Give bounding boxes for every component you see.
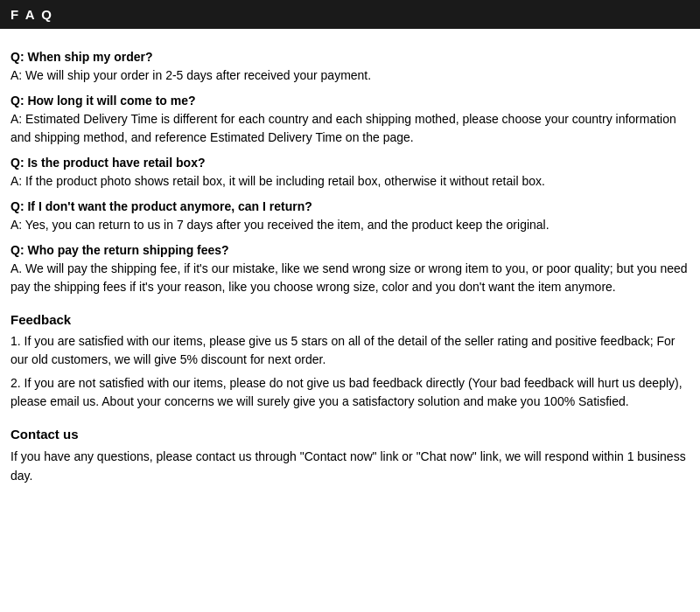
contact-title: Contact us	[10, 427, 690, 442]
faq-title: F A Q	[10, 7, 53, 22]
faq-question-4: Q: If I don't want the product anymore, …	[10, 199, 690, 213]
contact-section: Contact us If you have any questions, pl…	[10, 427, 690, 486]
faq-answer-4: A: Yes, you can return to us in 7 days a…	[10, 216, 690, 234]
faq-answer-1: A: We will ship your order in 2-5 days a…	[10, 66, 690, 85]
faq-question-2: Q: How long it will come to me?	[10, 94, 690, 108]
faq-question-5: Q: Who pay the return shipping fees?	[10, 243, 690, 257]
faq-section: Q: When ship my order? A: We will ship y…	[10, 50, 690, 296]
faq-header: F A Q	[0, 0, 700, 29]
faq-answer-3: A: If the product photo shows retail box…	[10, 172, 690, 191]
feedback-item-2: 2. If you are not satisfied with our ite…	[10, 374, 690, 411]
feedback-section: Feedback 1. If you are satisfied with ou…	[10, 312, 690, 411]
faq-answer-2: A: Estimated Delivery Time is different …	[10, 110, 690, 147]
faq-item-4: Q: If I don't want the product anymore, …	[10, 199, 690, 234]
faq-item-2: Q: How long it will come to me? A: Estim…	[10, 94, 690, 147]
page-container: F A Q Q: When ship my order? A: We will …	[0, 0, 700, 497]
faq-question-3: Q: Is the product have retail box?	[10, 156, 690, 170]
contact-text: If you have any questions, please contac…	[10, 447, 690, 486]
faq-answer-5: A. We will pay the shipping fee, if it's…	[10, 260, 690, 296]
faq-item-5: Q: Who pay the return shipping fees? A. …	[10, 243, 690, 296]
faq-item-3: Q: Is the product have retail box? A: If…	[10, 156, 690, 191]
faq-question-1: Q: When ship my order?	[10, 50, 690, 64]
faq-item-1: Q: When ship my order? A: We will ship y…	[10, 50, 690, 85]
feedback-title: Feedback	[10, 312, 690, 327]
feedback-item-1: 1. If you are satisfied with our items, …	[10, 332, 690, 369]
content-area: Q: When ship my order? A: We will ship y…	[0, 38, 700, 497]
